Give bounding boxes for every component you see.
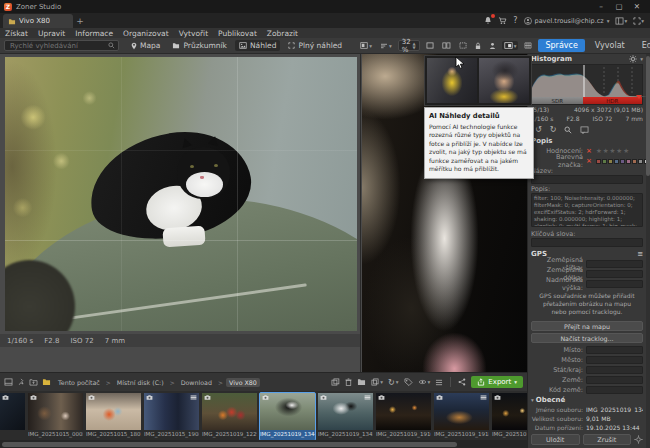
color-swatch[interactable] <box>626 159 631 164</box>
fullscreen-icon[interactable]: ▾ <box>633 17 644 25</box>
panel-scrollbar[interactable] <box>646 54 650 448</box>
location-field-input[interactable] <box>586 376 643 384</box>
pin-icon[interactable] <box>17 378 25 386</box>
color-swatch[interactable] <box>602 159 607 164</box>
note-icon[interactable] <box>580 126 589 134</box>
color-swatch[interactable] <box>608 159 613 164</box>
clear-rating-icon[interactable]: × <box>586 147 592 155</box>
mode-editor[interactable]: Editor <box>635 39 650 52</box>
color-swatch[interactable] <box>614 159 619 164</box>
quick-search[interactable] <box>4 40 119 51</box>
rotate-left-icon[interactable]: ↺ <box>535 126 542 134</box>
zoom-stepper[interactable]: ▲▼ <box>413 42 416 49</box>
menu-icon[interactable]: ≡ <box>637 250 643 258</box>
description-field[interactable]: filter: 100; NoiseIntensity: 0.000000; f… <box>531 193 643 227</box>
thumbnail-image[interactable] <box>318 393 373 430</box>
gps-field-input[interactable] <box>586 280 643 288</box>
rotate-dropdown[interactable]: ↻▾ <box>388 378 398 387</box>
thumbnail-image[interactable] <box>434 393 489 430</box>
thumbnail-selected[interactable]: IMG_20251019_134456.j... <box>260 393 315 440</box>
compare-view-button[interactable] <box>440 41 453 50</box>
list-icon[interactable] <box>435 379 443 386</box>
share-icon[interactable] <box>458 378 466 386</box>
location-field-input[interactable] <box>586 356 643 364</box>
thumbnail-image[interactable] <box>0 393 25 430</box>
layout-icon[interactable]: ▾ <box>615 17 627 25</box>
copy-dropdown[interactable]: ▾ <box>371 378 383 386</box>
ai-detail-preview-dropdown[interactable]: ▾ <box>502 41 519 50</box>
scrollbar-thumb[interactable] <box>2 442 457 447</box>
faces-button[interactable] <box>487 41 498 51</box>
active-tab[interactable]: Vivo X80 <box>3 14 73 28</box>
breadcrumb-item-mistni-disk-c[interactable]: Místní disk (C:) <box>114 378 167 387</box>
thumbnail[interactable]: IMG_20251015_190838.j... <box>144 393 199 440</box>
description-section-header[interactable]: Popis <box>531 136 643 146</box>
thumbnail-image[interactable] <box>86 393 141 430</box>
menu-informace[interactable]: Informace <box>75 29 113 38</box>
location-field-input[interactable] <box>586 386 643 394</box>
current-folder-icon[interactable] <box>42 378 51 386</box>
go-to-map-button[interactable]: Přejít na mapu <box>531 321 643 331</box>
full-preview-button[interactable]: Plný náhled <box>284 40 346 51</box>
thumbnail[interactable]: IMG_20251019_191824.j... <box>434 393 489 440</box>
duplicate-icon[interactable] <box>331 378 340 386</box>
filter-dropdown[interactable]: ▾ <box>358 41 374 50</box>
location-field-input[interactable] <box>586 366 643 374</box>
thumbnail[interactable]: IMG_20251019_191627.j... <box>376 393 431 440</box>
general-section-header[interactable]: ▾ Obecné <box>531 395 643 405</box>
name-field[interactable] <box>531 175 643 184</box>
sort-dropdown[interactable]: ▾ <box>378 42 394 50</box>
clear-color-icon[interactable]: × <box>586 157 592 165</box>
notifications-bell-icon[interactable] <box>484 16 492 25</box>
gps-field-input[interactable] <box>586 270 643 278</box>
gear-icon[interactable] <box>629 55 637 63</box>
thumbnail[interactable] <box>0 393 25 440</box>
ai-detail-flyout[interactable] <box>424 55 532 106</box>
thumbnail[interactable]: IMG_20251015_000518.j... <box>28 393 83 440</box>
thumbnail[interactable]: IMG_20251019_134502.j... <box>318 393 373 440</box>
new-tab-button[interactable]: + <box>73 14 87 28</box>
keywords-field[interactable] <box>531 238 643 247</box>
panel-toggle-icon[interactable] <box>4 378 13 386</box>
thumbnail-image[interactable] <box>376 393 431 430</box>
thumbnail-image[interactable] <box>144 393 199 430</box>
menu-ziskat[interactable]: Získat <box>5 29 28 38</box>
color-swatch[interactable] <box>620 159 625 164</box>
move-to-folder-icon[interactable] <box>357 378 366 386</box>
label-icon[interactable] <box>404 378 413 386</box>
ai-detail-thumb-full[interactable] <box>427 58 477 103</box>
minimize-button[interactable]: – <box>592 0 610 13</box>
account-menu[interactable]: pavel.trousil@chip.cz ▾ <box>524 17 610 25</box>
thumbnail[interactable]: IMG_20251015_180743.j... <box>86 393 141 440</box>
preview-mode-dropdown[interactable]: ▾ <box>418 379 431 385</box>
breadcrumb-item-download[interactable]: Download <box>178 378 215 387</box>
menu-upravit[interactable]: Upravit <box>38 29 65 38</box>
thumbnail-image[interactable] <box>202 393 257 430</box>
close-button[interactable]: ✕ <box>628 0 646 13</box>
lock-button[interactable] <box>473 41 483 51</box>
rating-stars[interactable]: ★★★★★ <box>596 147 630 155</box>
gear-icon[interactable] <box>634 435 643 444</box>
search-input[interactable] <box>8 41 108 51</box>
maximize-button[interactable]: ▢ <box>610 0 628 13</box>
ai-detail-thumb-face[interactable] <box>479 58 529 103</box>
photo-preview[interactable] <box>5 57 357 331</box>
color-swatch[interactable] <box>596 159 601 164</box>
zoom-control[interactable]: 32 % ▲▼ <box>398 40 420 51</box>
thumbnail[interactable]: IMG_20251019_122908.j... <box>202 393 257 440</box>
location-field-input[interactable] <box>586 346 643 354</box>
grid-toggle-button[interactable] <box>522 41 534 50</box>
explorer-button[interactable]: Průzkumník <box>168 40 231 51</box>
thumbnail-image[interactable] <box>260 393 315 430</box>
color-swatch[interactable] <box>638 159 643 164</box>
menu-publikovat[interactable]: Publikovat <box>218 29 257 38</box>
breadcrumb-item-vivo-x80[interactable]: Vivo X80 <box>226 378 260 387</box>
cancel-button[interactable]: Zrušit <box>583 434 632 445</box>
gps-field-input[interactable] <box>586 260 643 268</box>
preview-button[interactable]: Náhled <box>235 40 280 51</box>
menu-organizovat[interactable]: Organizovat <box>123 29 169 38</box>
save-button[interactable]: Uložit <box>531 434 580 445</box>
map-button[interactable]: Mapa <box>127 40 164 51</box>
load-tracklog-button[interactable]: Načíst tracklog... <box>531 333 643 343</box>
mode-vyvolat[interactable]: Vyvolat <box>588 39 632 52</box>
